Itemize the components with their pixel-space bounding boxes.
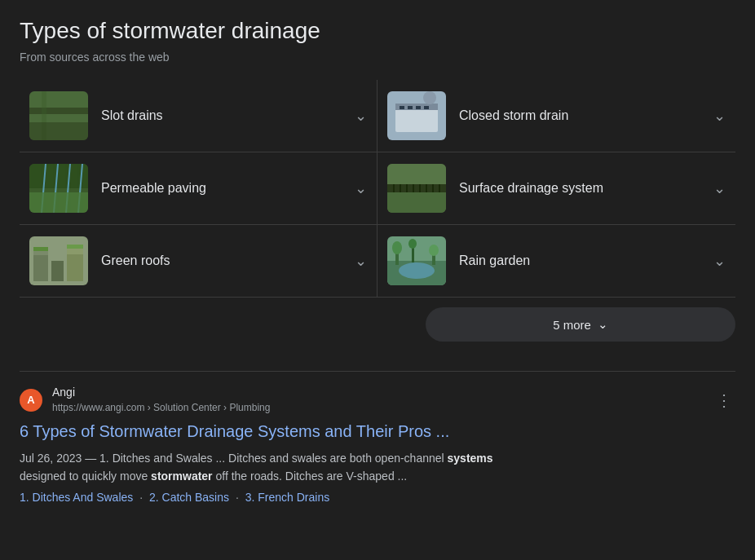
types-grid: Slot drains ⌄ Closed storm drain ⌄: [20, 80, 735, 298]
svg-rect-29: [387, 164, 446, 184]
type-item-closed-storm-drain[interactable]: Closed storm drain ⌄: [378, 80, 735, 152]
surface-drainage-chevron: ⌄: [713, 179, 726, 197]
svg-rect-1: [29, 108, 88, 114]
svg-point-43: [392, 241, 402, 254]
svg-point-11: [423, 91, 436, 104]
snippet-bold-1: systems: [448, 452, 493, 465]
type-item-rain-garden[interactable]: Rain garden ⌄: [378, 225, 735, 298]
snippet-date: Jul 26, 2023: [20, 452, 82, 465]
result-source-name: Angi: [52, 385, 703, 401]
green-roofs-label: Green roofs: [101, 254, 342, 268]
svg-rect-13: [29, 164, 88, 188]
link-separator-1: ·: [139, 491, 143, 504]
result-title[interactable]: 6 Types of Stormwater Drainage Systems a…: [20, 420, 735, 443]
surface-drainage-thumbnail: [387, 164, 446, 213]
more-button-chevron: ⌄: [598, 317, 608, 332]
result-links: 1. Ditches And Swales · 2. Catch Basins …: [20, 491, 735, 504]
svg-rect-8: [408, 106, 413, 109]
closed-storm-drain-thumbnail: [387, 91, 446, 140]
rain-garden-label: Rain garden: [459, 254, 700, 268]
permeable-paving-thumbnail: [29, 164, 88, 213]
link-separator-2: ·: [236, 491, 239, 504]
result-favicon: A: [20, 389, 42, 412]
type-item-green-roofs[interactable]: Green roofs ⌄: [20, 225, 378, 298]
green-roofs-chevron: ⌄: [355, 252, 367, 270]
slot-drains-thumbnail: [29, 91, 88, 140]
svg-rect-30: [387, 192, 446, 213]
svg-rect-37: [33, 247, 48, 251]
svg-rect-35: [67, 251, 83, 281]
snippet-text2: designed to quickly move: [20, 470, 148, 483]
green-roofs-thumbnail: [29, 236, 88, 285]
svg-point-47: [408, 239, 417, 249]
svg-rect-32: [33, 253, 48, 281]
section-divider: [20, 371, 735, 372]
result-header: A Angi https://www.angi.com › Solution C…: [20, 385, 735, 414]
result-snippet: Jul 26, 2023 — 1. Ditches and Swales ...…: [20, 449, 735, 486]
more-button-label: 5 more: [553, 318, 591, 332]
slot-drains-chevron: ⌄: [355, 107, 367, 125]
svg-point-45: [429, 245, 439, 256]
permeable-paving-label: Permeable paving: [101, 181, 342, 196]
result-source-url: https://www.angi.com › Solution Center ›…: [52, 401, 703, 415]
more-button[interactable]: 5 more ⌄: [426, 307, 735, 342]
favicon-letter: A: [27, 394, 34, 406]
svg-rect-18: [29, 192, 88, 213]
rain-garden-thumbnail: [387, 236, 446, 285]
snippet-bold-2: stormwater: [151, 470, 212, 483]
type-item-surface-drainage[interactable]: Surface drainage system ⌄: [378, 152, 735, 225]
svg-rect-38: [67, 245, 83, 249]
snippet-text3: off the roads. Ditches are V-shaped ...: [215, 470, 407, 483]
slot-drains-label: Slot drains: [101, 108, 342, 123]
result-link-3[interactable]: 3. French Drains: [245, 491, 329, 504]
rain-garden-chevron: ⌄: [713, 252, 726, 270]
result-link-2[interactable]: 2. Catch Basins: [149, 491, 229, 504]
surface-drainage-label: Surface drainage system: [459, 181, 700, 196]
page-title: Types of stormwater drainage: [20, 16, 735, 46]
snippet-text1: — 1. Ditches and Swales ... Ditches and …: [85, 452, 444, 465]
svg-rect-20: [387, 184, 446, 192]
svg-rect-9: [416, 106, 421, 109]
type-item-permeable-paving[interactable]: Permeable paving ⌄: [20, 152, 378, 225]
search-result: A Angi https://www.angi.com › Solution C…: [20, 381, 735, 503]
result-link-1[interactable]: 1. Ditches And Swales: [20, 491, 133, 504]
type-item-slot-drains[interactable]: Slot drains ⌄: [20, 80, 378, 152]
svg-point-41: [399, 262, 435, 279]
more-button-container: 5 more ⌄: [20, 298, 735, 351]
result-options-icon[interactable]: ⋮: [713, 387, 735, 413]
result-source-info: Angi https://www.angi.com › Solution Cen…: [52, 385, 703, 414]
page-subtitle: From sources across the web: [20, 51, 735, 64]
svg-rect-34: [51, 261, 64, 281]
svg-rect-7: [400, 106, 404, 109]
svg-rect-10: [424, 106, 429, 109]
permeable-paving-chevron: ⌄: [355, 179, 367, 197]
closed-storm-drain-label: Closed storm drain: [459, 108, 700, 123]
svg-rect-3: [29, 122, 88, 140]
closed-storm-drain-chevron: ⌄: [713, 107, 726, 125]
